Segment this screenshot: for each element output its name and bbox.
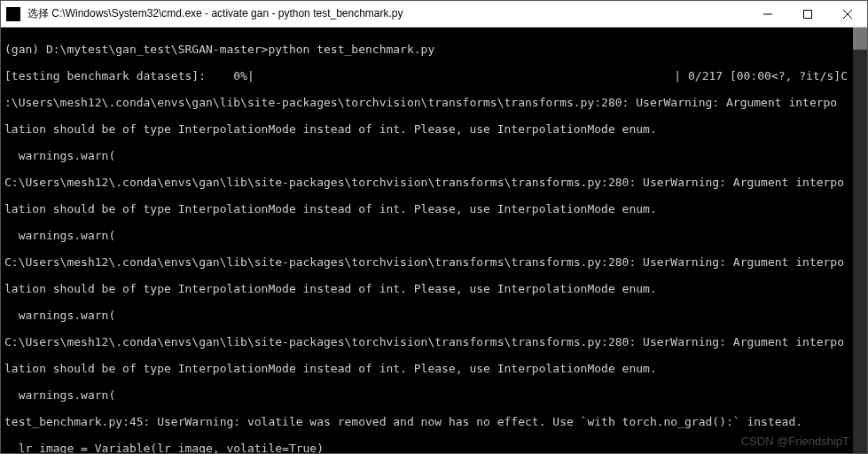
warning-line: warnings.warn(	[4, 229, 864, 242]
warning-line: lation should be of type InterpolationMo…	[4, 202, 864, 215]
warning-line: lation should be of type InterpolationMo…	[4, 362, 864, 375]
prompt-line: (gan) D:\mytest\gan_test\SRGAN-master>py…	[4, 43, 864, 56]
warning-line: C:\Users\mesh12\.conda\envs\gan\lib\site…	[4, 335, 864, 348]
warning-line: test_benchmark.py:45: UserWarning: volat…	[4, 415, 864, 428]
warning-line: C:\Users\mesh12\.conda\envs\gan\lib\site…	[4, 176, 864, 189]
cmd-icon	[6, 7, 20, 21]
minimize-button[interactable]	[747, 1, 787, 27]
window-title: 选择 C:\Windows\System32\cmd.exe - activat…	[26, 6, 747, 21]
warning-line: warnings.warn(	[4, 309, 864, 322]
warning-line: lr_image = Variable(lr_image, volatile=T…	[4, 442, 864, 453]
warning-line: :\Users\mesh12\.conda\envs\gan\lib\site-…	[4, 96, 864, 109]
warning-line: lation should be of type InterpolationMo…	[4, 282, 864, 295]
window-controls	[747, 1, 867, 27]
scrollbar[interactable]	[853, 27, 867, 453]
warning-line: C:\Users\mesh12\.conda\envs\gan\lib\site…	[4, 255, 864, 269]
close-button[interactable]	[827, 1, 867, 27]
terminal-output[interactable]: (gan) D:\mytest\gan_test\SRGAN-master>py…	[1, 27, 867, 453]
warning-line: lation should be of type InterpolationMo…	[4, 122, 864, 136]
titlebar[interactable]: 选择 C:\Windows\System32\cmd.exe - activat…	[1, 1, 867, 27]
scrollbar-thumb[interactable]	[853, 27, 867, 50]
warning-line: warnings.warn(	[4, 388, 864, 402]
warning-line: warnings.warn(	[4, 149, 864, 162]
maximize-button[interactable]	[787, 1, 827, 27]
svg-rect-1	[803, 10, 811, 18]
window: 选择 C:\Windows\System32\cmd.exe - activat…	[0, 0, 868, 454]
progress-line: [testing benchmark datasets]: 0%|| 0/217…	[4, 69, 864, 82]
